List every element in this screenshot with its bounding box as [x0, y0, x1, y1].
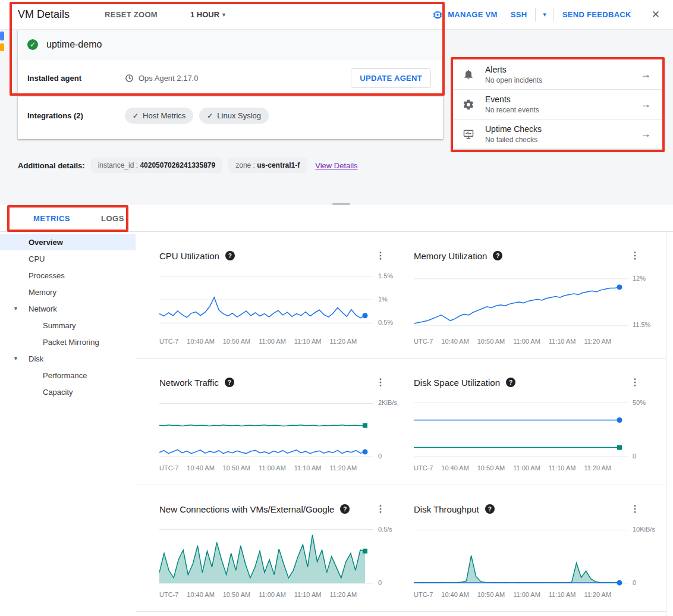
sidebar-item-network[interactable]: ▼ Network [0, 300, 136, 317]
chip-separator: : [251, 161, 257, 169]
reset-zoom-button[interactable]: RESET ZOOM [102, 7, 160, 23]
chart-menu-icon[interactable]: ⋮ [628, 250, 642, 262]
integrations-label: Integrations (2) [27, 111, 117, 120]
tab-metrics[interactable]: METRICS [18, 205, 86, 231]
memory-utilization-chart: Memory Utilization ? ⋮ 12%11.5% UTC-710:… [414, 250, 658, 345]
events-title: Events [485, 95, 539, 104]
help-icon[interactable]: ? [225, 251, 235, 260]
view-details-link[interactable]: View Details [315, 161, 357, 170]
chart-canvas [414, 271, 628, 333]
agent-version-label: Ops Agent 2.17.0 [139, 74, 198, 83]
x-axis-labels: UTC-710:40 AM10:50 AM11:00 AM11:10 AM11:… [414, 591, 628, 598]
vm-details-header: VM Details RESET ZOOM 1 HOUR ▾ MANAGE VM… [0, 0, 673, 30]
chip-value: 4020507026241335879 [140, 161, 215, 169]
integration-chips: ✓ Host Metrics ✓ Linux Syslog [125, 108, 269, 124]
sidebar-item-packet-mirroring[interactable]: Packet Mirroring [0, 334, 136, 350]
chip-value: us-central1-f [257, 161, 300, 169]
ssh-dropdown-button[interactable]: ▾ [542, 8, 548, 21]
charts-area: CPU Utilization ? ⋮ 1.5%1%0.5% UTC-710:4… [136, 232, 673, 616]
zone-chip: zone : us-central1-f [228, 158, 307, 173]
chevron-down-icon: ▾ [222, 11, 225, 18]
check-icon: ✓ [207, 112, 213, 120]
vm-header-row: ✓ uptime-demo [18, 30, 443, 59]
chip-key: zone [235, 161, 251, 169]
help-icon[interactable]: ? [225, 378, 234, 387]
y-axis-labels: 0.5/s0 [373, 524, 403, 586]
chart-title: Memory Utilization [414, 251, 487, 261]
update-agent-button[interactable]: UPDATE AGENT [351, 68, 431, 88]
manage-vm-label: MANAGE VM [448, 10, 498, 19]
uptime-checks-subtitle: No failed checks [485, 136, 542, 144]
time-range-dropdown[interactable]: 1 HOUR ▾ [187, 10, 229, 20]
chart-canvas [159, 524, 373, 586]
vm-chip-icon [432, 10, 443, 20]
x-axis-labels: UTC-710:40 AM10:50 AM11:00 AM11:10 AM11:… [414, 464, 628, 472]
arrow-right-icon[interactable]: → [636, 96, 656, 113]
panel-edge-divider [666, 232, 666, 616]
ssh-button[interactable]: SSH [508, 7, 530, 23]
help-icon[interactable]: ? [485, 504, 495, 514]
agent-version: Ops Agent 2.17.0 [125, 74, 198, 83]
chart-row: CPU Utilization ? ⋮ 1.5%1%0.5% UTC-710:4… [136, 232, 666, 359]
chip-key: instance_id [98, 161, 134, 169]
manage-vm-button[interactable]: MANAGE VM [430, 6, 500, 24]
sidebar-item-overview[interactable]: Overview [0, 234, 136, 250]
y-axis-labels: 1.5%1%0.5% [373, 271, 403, 333]
chart-menu-icon[interactable]: ⋮ [628, 503, 642, 515]
sidebar-item-label: Network [29, 304, 57, 313]
chart-canvas [414, 398, 628, 460]
uptime-checks-row[interactable]: Uptime Checks No failed checks → [453, 119, 663, 149]
integration-chip-linux-syslog: ✓ Linux Syslog [199, 108, 269, 124]
details-region: ✓ uptime-demo Installed agent Ops Agent … [0, 30, 673, 205]
chart-title: Disk Space Utilization [414, 378, 500, 388]
uptime-checks-title: Uptime Checks [485, 124, 542, 134]
chart-title: Network Traffic [159, 378, 219, 388]
y-axis-labels: 50%0 [628, 398, 658, 460]
y-axis-labels: 12%11.5% [628, 271, 658, 333]
chart-menu-icon[interactable]: ⋮ [373, 376, 388, 388]
chevron-expanded-icon[interactable]: ▼ [13, 356, 29, 362]
help-icon[interactable]: ? [493, 251, 502, 260]
chart-menu-icon[interactable]: ⋮ [373, 503, 388, 515]
sidebar-item-capacity[interactable]: Capacity [0, 384, 136, 400]
sidebar-item-processes[interactable]: Processes [0, 267, 136, 284]
help-icon[interactable]: ? [340, 504, 350, 514]
installed-agent-row: Installed agent Ops Agent 2.17.0 UPDATE … [18, 59, 443, 96]
chart-canvas [414, 524, 628, 586]
tab-bar: METRICS LOGS [0, 205, 673, 232]
events-row[interactable]: Events No recent events → [453, 89, 663, 119]
page-title: VM Details [18, 8, 70, 21]
additional-details: Additional details: instance_id : 402050… [18, 158, 358, 173]
alerts-text: Alerts No open incidents [485, 65, 542, 84]
tab-logs[interactable]: LOGS [86, 205, 140, 231]
sidebar-item-summary[interactable]: Summary [0, 317, 136, 334]
alerts-title: Alerts [485, 65, 542, 74]
monitoring-side-panel: Alerts No open incidents → Events No rec… [453, 59, 663, 149]
events-subtitle: No recent events [485, 106, 539, 114]
chevron-expanded-icon[interactable]: ▼ [13, 306, 29, 312]
uptime-checks-text: Uptime Checks No failed checks [485, 124, 542, 144]
arrow-right-icon[interactable]: → [636, 66, 656, 83]
sidebar-item-label: Disk [29, 354, 43, 363]
sidebar-item-performance[interactable]: Performance [0, 367, 136, 384]
alerts-row[interactable]: Alerts No open incidents → [453, 59, 663, 89]
x-axis-labels: UTC-710:40 AM10:50 AM11:00 AM11:10 AM11:… [159, 591, 373, 598]
sidebar-item-disk[interactable]: ▼ Disk [0, 350, 136, 367]
instance-id-chip: instance_id : 4020507026241335879 [91, 158, 223, 173]
help-icon[interactable]: ? [506, 378, 515, 387]
divider [535, 8, 536, 21]
send-feedback-button[interactable]: SEND FEEDBACK [560, 7, 634, 23]
sidebar-item-cpu[interactable]: CPU [0, 250, 136, 267]
x-axis-labels: UTC-710:40 AM10:50 AM11:00 AM11:10 AM11:… [159, 464, 373, 472]
close-icon[interactable]: ✕ [647, 6, 665, 23]
chip-separator: : [134, 161, 140, 169]
divider [554, 8, 554, 21]
check-icon: ✓ [133, 112, 139, 120]
arrow-right-icon[interactable]: → [636, 125, 656, 143]
chart-menu-icon[interactable]: ⋮ [628, 376, 642, 388]
time-range-label: 1 HOUR [190, 10, 219, 19]
sidebar-item-memory[interactable]: Memory [0, 284, 136, 300]
chart-menu-icon[interactable]: ⋮ [373, 250, 388, 262]
chip-label: Linux Syslog [217, 111, 261, 120]
events-text: Events No recent events [485, 95, 539, 114]
